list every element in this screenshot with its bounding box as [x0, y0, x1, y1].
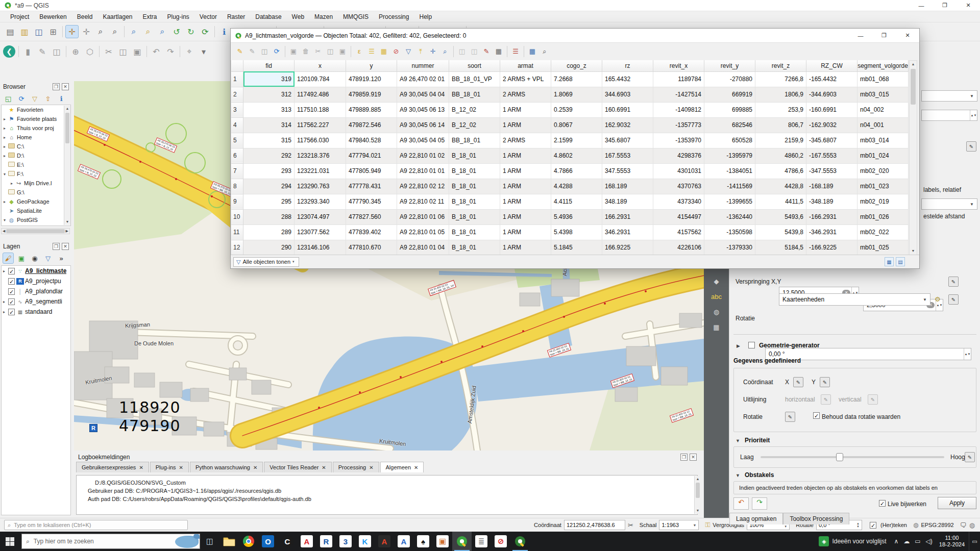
- browser-item-spatialite[interactable]: ➤SpatiaLite: [2, 206, 70, 215]
- zoom-last-icon[interactable]: ↺: [170, 25, 183, 38]
- column-header-cogo_z[interactable]: cogo_z: [551, 60, 602, 71]
- priority-override-icon[interactable]: ✎: [965, 452, 975, 462]
- table-row[interactable]: 7293123221.031477805.949A9 22,810 01 01B…: [231, 163, 909, 179]
- distance-spin-partial[interactable]: ▲▼: [921, 110, 977, 121]
- units-override-icon[interactable]: ✎: [948, 294, 959, 305]
- start-button[interactable]: [0, 532, 19, 551]
- priority-slider[interactable]: [761, 456, 944, 458]
- layer-item-standaard[interactable]: ▸✓▦standaard: [2, 307, 70, 317]
- column-header-soort[interactable]: soort: [449, 60, 500, 71]
- layer-item-a9_projectpu[interactable]: ✓RA9_projectpu: [2, 276, 70, 286]
- vertex-tool-icon[interactable]: ⬡: [83, 45, 96, 58]
- units-dropdown[interactable]: Kaarteenheden▼: [779, 293, 930, 306]
- extents-icon[interactable]: ✂: [628, 521, 633, 529]
- form-view-toggle[interactable]: ▤: [896, 257, 905, 266]
- delete-feature-icon[interactable]: 🗑: [300, 46, 311, 57]
- browser-item-home[interactable]: ▸⌂Home: [2, 133, 70, 142]
- tab-toolbox-processing[interactable]: Toolbox Processing: [783, 513, 849, 524]
- pan-map-icon[interactable]: ✛: [65, 25, 79, 38]
- task-view-icon[interactable]: ◫: [200, 532, 219, 551]
- news-widget[interactable]: ◈ Ideeën voor volglijst: [819, 536, 886, 546]
- conditional-format-icon[interactable]: ✎: [481, 46, 492, 57]
- close-tab-icon[interactable]: ✕: [253, 465, 257, 470]
- more-icon[interactable]: »: [56, 253, 67, 264]
- layer-item-a9_lichtmaste[interactable]: ▸✓∵A9_lichtmaste: [2, 266, 70, 276]
- new-project-icon[interactable]: ▤: [4, 25, 17, 38]
- table-row[interactable]: 9295123293.340477790.345A9 22,810 02 11B…: [231, 194, 909, 209]
- table-row[interactable]: 8294123290.763477778.431A9 22,810 02 12B…: [231, 179, 909, 194]
- layer-item-a9_segmentli[interactable]: ▸✓∿A9_segmentli: [2, 296, 70, 307]
- layer-visibility-checkbox[interactable]: ✓: [8, 268, 15, 274]
- tab-laag-opmaken[interactable]: Laag opmaken: [729, 513, 783, 524]
- invert-selection-icon[interactable]: ▦: [378, 46, 389, 57]
- crs-status[interactable]: EPSG:28992: [921, 522, 953, 528]
- distance-dropdown-partial[interactable]: ▼: [921, 198, 977, 210]
- undo-icon[interactable]: ↶: [150, 45, 163, 58]
- coord-y-override-icon[interactable]: ✎: [820, 377, 830, 387]
- add-selected-layer-icon[interactable]: ◱: [3, 93, 14, 104]
- table-row[interactable]: 5315117566.030479840.528A9 30,045 04 05B…: [231, 133, 909, 148]
- geometry-generator-checkbox[interactable]: [748, 342, 755, 348]
- deselect-icon[interactable]: ⊘: [390, 46, 402, 57]
- column-header-nummer[interactable]: nummer: [397, 60, 449, 71]
- reload-table-icon[interactable]: ⟳: [271, 46, 282, 57]
- offset-override-icon[interactable]: ✎: [948, 277, 959, 287]
- table-view-toggle[interactable]: ▦: [885, 257, 894, 266]
- coord-x-override-icon[interactable]: ✎: [793, 377, 803, 387]
- close-tab-icon[interactable]: ✕: [322, 465, 326, 470]
- save-edits-icon[interactable]: ◫: [50, 45, 63, 58]
- column-header-armat[interactable]: armat: [500, 60, 551, 71]
- log-tab-python-waarschuwing[interactable]: Python waarschuwing✕: [190, 462, 263, 472]
- notification-center-icon[interactable]: ▭: [969, 532, 980, 551]
- copy-features-icon[interactable]: ◫: [116, 45, 130, 58]
- dock-table-icon[interactable]: ▦: [527, 46, 538, 57]
- pan-selection-icon[interactable]: ✛: [80, 25, 93, 38]
- zoom-selection-icon[interactable]: ⌕: [141, 25, 155, 38]
- layer-item-a9_plafondlar[interactable]: ✓│A9_plafondlar: [2, 286, 70, 296]
- menu-plug-ins[interactable]: Plug-ins: [162, 12, 194, 22]
- blocked-icon[interactable]: ⊘: [491, 532, 510, 551]
- paste-features-icon[interactable]: ▣: [131, 45, 144, 58]
- log-tab-processing[interactable]: Processing✕: [333, 462, 379, 472]
- redo-style-button[interactable]: ↷: [752, 497, 767, 510]
- mask-category-icon[interactable]: ◍: [704, 305, 729, 320]
- acrobat-icon[interactable]: A: [297, 532, 316, 551]
- field-calculator-icon[interactable]: ▦: [493, 46, 504, 57]
- table-row[interactable]: 3313117510.188479889.885A9 30,045 06 13B…: [231, 102, 909, 117]
- pan-selection-icon[interactable]: ✛: [427, 46, 438, 57]
- 3d-category-icon[interactable]: ▦: [704, 320, 729, 335]
- c-app-icon[interactable]: C: [278, 532, 297, 551]
- menu-raster[interactable]: Raster: [222, 12, 250, 22]
- menu-kaartlagen[interactable]: Kaartlagen: [97, 12, 137, 22]
- halign-override-icon[interactable]: ✎: [821, 394, 831, 405]
- column-header-fid[interactable]: fid: [243, 60, 295, 71]
- open-project-icon[interactable]: ▥: [18, 25, 31, 38]
- close-tab-icon[interactable]: ✕: [369, 465, 373, 470]
- expander-arrow-icon[interactable]: ▶: [737, 343, 740, 348]
- menu-web[interactable]: Web: [287, 12, 309, 22]
- filter-browser-icon[interactable]: ▽: [29, 93, 40, 104]
- table-row[interactable]: 6292123218.376477794.021A9 22,810 01 02B…: [231, 148, 909, 163]
- refresh-map-icon[interactable]: ⟳: [199, 25, 212, 38]
- table-row[interactable]: 12290123146.106477810.670A9 22,810 01 04…: [231, 240, 909, 255]
- symbology-category-icon[interactable]: ◆: [704, 274, 729, 289]
- valign-override-icon[interactable]: ✎: [868, 394, 878, 405]
- spade-app-icon[interactable]: ♠: [413, 532, 433, 551]
- menu-mazen[interactable]: Mazen: [309, 12, 338, 22]
- notepad-icon[interactable]: ≣: [472, 532, 491, 551]
- close-panel-icon[interactable]: ✕: [690, 454, 697, 461]
- keep-rotation-checkbox[interactable]: ✓: [813, 412, 820, 419]
- qgis-taskbar-icon[interactable]: [452, 532, 472, 551]
- redo-icon[interactable]: ↷: [164, 45, 177, 58]
- taskbar-clock[interactable]: 11:00 18-2-2024: [939, 535, 965, 548]
- messages-icon[interactable]: 🗨: [960, 521, 967, 529]
- menu-help[interactable]: Help: [414, 12, 437, 22]
- cut-icon[interactable]: ✂: [312, 46, 324, 57]
- add-group-icon[interactable]: ▣: [16, 253, 27, 264]
- browser-item-geopackage[interactable]: ▸◆GeoPackage: [2, 197, 70, 206]
- coordinate-input[interactable]: 121250.2,478638.6: [564, 520, 625, 530]
- identify-icon[interactable]: ℹ: [217, 25, 231, 38]
- selected-cell[interactable]: 319: [243, 71, 295, 87]
- move-top-icon[interactable]: ⤒: [415, 46, 426, 57]
- attr-minimize-button[interactable]: —: [849, 30, 872, 41]
